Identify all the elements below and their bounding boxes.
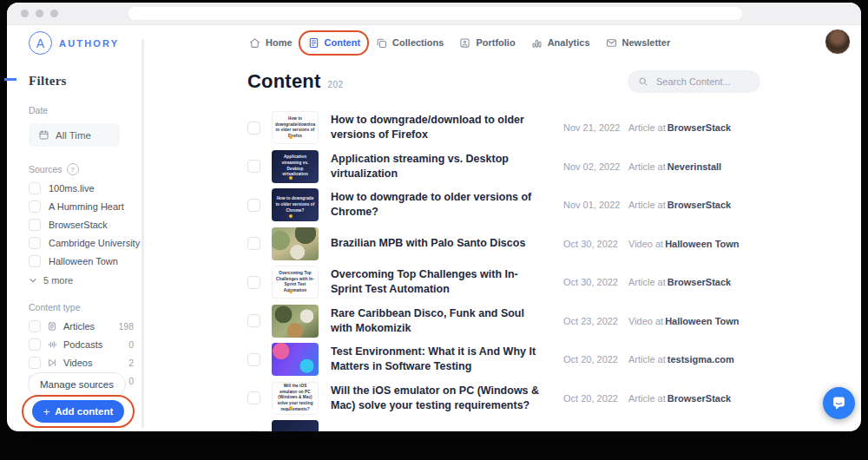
source-filter-item[interactable]: 100ms.live <box>29 179 146 197</box>
authory-logo-icon: A <box>29 31 52 55</box>
window-controls[interactable] <box>21 10 58 17</box>
source-label: 100ms.live <box>49 183 95 194</box>
source-label: BrowserStack <box>49 220 108 230</box>
nav-analytics[interactable]: Analytics <box>530 36 590 49</box>
row-source-name[interactable]: Neverinstall <box>667 161 721 172</box>
browser-window: A AUTHORY Home Content Collections <box>7 3 861 431</box>
content-row[interactable]: Overcoming Top Challenges with In-Sprint… <box>247 263 774 302</box>
row-source-name[interactable]: Halloween Town <box>665 316 739 326</box>
row-checkbox[interactable] <box>247 353 260 366</box>
date-range-select[interactable]: All Time <box>29 123 120 147</box>
filters-sidebar: Filters Date All Time Sources ? 100ms.li… <box>7 60 146 431</box>
nav-content[interactable]: Content <box>307 36 361 49</box>
row-thumbnail <box>272 305 319 338</box>
content-row[interactable]: Test Environment: What it is And Why It … <box>247 340 774 379</box>
row-checkbox[interactable] <box>247 430 260 431</box>
type-filter-articles[interactable]: Articles 198 <box>29 317 146 335</box>
type-label: Podcasts <box>63 339 102 350</box>
nav-portfolio[interactable]: Portfolio <box>458 36 515 49</box>
type-count: 198 <box>118 321 134 332</box>
row-checkbox[interactable] <box>247 199 260 212</box>
type-filter-podcasts[interactable]: Podcasts 0 <box>29 335 146 353</box>
search-box[interactable] <box>628 70 760 93</box>
checkbox[interactable] <box>29 237 41 249</box>
add-content-label: Add content <box>55 406 113 417</box>
row-checkbox[interactable] <box>247 314 260 327</box>
help-icon[interactable]: ? <box>67 163 79 175</box>
row-source-name[interactable]: BrowserStack <box>667 277 731 287</box>
row-source-name[interactable]: Halloween Town <box>665 239 739 249</box>
row-checkbox[interactable] <box>247 160 260 173</box>
checkbox[interactable] <box>29 357 41 369</box>
chat-launcher-button[interactable] <box>823 387 855 419</box>
content-row[interactable]: Brazilian MPB with Palo Santo Discos Oct… <box>247 225 774 264</box>
row-thumbnail: Application streaming vs. Desktop virtua… <box>272 150 319 183</box>
authory-logo[interactable]: A AUTHORY <box>29 31 119 55</box>
add-content-button[interactable]: + Add content <box>32 400 124 423</box>
row-date: Nov 21, 2022 <box>563 122 628 133</box>
thumbnail-text: Overcoming Top Challenges with In-Sprint… <box>273 269 318 296</box>
nav-collections[interactable]: Collections <box>375 36 444 49</box>
checkbox[interactable] <box>29 200 41 213</box>
source-filter-item[interactable]: Cambridge University <box>29 233 146 252</box>
row-source-name[interactable]: testsigma.com <box>667 354 734 365</box>
row-source-name[interactable]: BrowserStack <box>667 122 731 133</box>
date-label: Date <box>29 105 48 115</box>
row-title[interactable]: How to downgrade/download to older versi… <box>331 113 563 142</box>
type-filter-videos[interactable]: Videos 2 <box>29 353 146 371</box>
content-row[interactable] <box>247 417 774 431</box>
plus-icon: + <box>43 405 50 418</box>
row-source-name[interactable]: BrowserStack <box>667 200 731 210</box>
article-type-icon <box>47 321 57 332</box>
thumbnail-text: Will the iOS emulator on PC (Windows & M… <box>273 382 318 414</box>
manage-sources-button[interactable]: Manage sources <box>28 372 126 397</box>
content-row[interactable]: Application streaming vs. Desktop virtua… <box>247 148 774 187</box>
row-checkbox[interactable] <box>247 237 260 250</box>
nav-home[interactable]: Home <box>248 36 293 49</box>
row-title[interactable]: Brazilian MPB with Palo Santo Discos <box>331 236 563 251</box>
close-window-icon[interactable] <box>21 10 29 17</box>
thumbnail-text <box>292 319 299 323</box>
content-row[interactable]: Will the iOS emulator on PC (Windows & M… <box>247 379 774 418</box>
user-avatar[interactable] <box>825 29 851 55</box>
checkbox[interactable] <box>29 219 41 231</box>
checkbox[interactable] <box>29 338 41 351</box>
source-filter-item[interactable]: A Humming Heart <box>29 197 146 215</box>
date-section-label: Date <box>29 105 146 115</box>
row-source-name[interactable]: BrowserStack <box>667 393 731 404</box>
row-thumbnail <box>272 227 319 260</box>
content-row[interactable]: Rare Caribbean Disco, Funk and Soul with… <box>247 302 774 341</box>
row-checkbox[interactable] <box>247 122 260 135</box>
minimize-window-icon[interactable] <box>36 10 43 17</box>
checkbox[interactable] <box>29 255 41 267</box>
checkbox[interactable] <box>29 182 41 194</box>
content-list: How to downgrade/downloa to older versio… <box>247 108 774 431</box>
source-filter-item[interactable]: Halloween Town <box>29 252 146 270</box>
row-title[interactable]: Test Environment: What it is And Why It … <box>331 345 563 374</box>
row-source: Article atBrowserStack <box>628 200 774 210</box>
collections-icon <box>375 36 388 49</box>
search-input[interactable] <box>654 76 753 88</box>
nav-portfolio-label: Portfolio <box>476 37 515 48</box>
row-title[interactable]: Rare Caribbean Disco, Funk and Soul with… <box>331 306 563 336</box>
show-more-sources[interactable]: 5 more <box>29 271 146 289</box>
row-title[interactable]: Overcoming Top Challenges with In-Sprint… <box>331 267 563 297</box>
row-title[interactable]: Will the iOS emulator on PC (Windows & M… <box>331 384 563 413</box>
source-filter-item[interactable]: BrowserStack <box>29 215 146 233</box>
row-checkbox[interactable] <box>247 276 260 289</box>
maximize-window-icon[interactable] <box>50 10 58 17</box>
row-source: Article atBrowserStack <box>628 122 774 133</box>
row-title[interactable]: Application streaming vs. Desktop virtua… <box>331 152 563 181</box>
search-icon <box>638 76 648 87</box>
checkbox[interactable] <box>29 320 41 332</box>
row-title[interactable]: How to downgrade to older versions of Ch… <box>331 190 563 220</box>
row-checkbox[interactable] <box>247 391 260 404</box>
video-type-icon <box>47 358 57 368</box>
nav-newsletter[interactable]: Newsletter <box>605 36 671 49</box>
content-row[interactable]: How to downgrade/downloa to older versio… <box>247 108 774 148</box>
content-row[interactable]: How to downgrade to older versions of Ch… <box>247 186 774 225</box>
row-kind: Video at <box>628 239 663 249</box>
address-bar[interactable] <box>128 7 742 20</box>
main-nav: Home Content Collections Portfolio Analy… <box>248 25 670 60</box>
row-date: Oct 30, 2022 <box>563 239 628 249</box>
